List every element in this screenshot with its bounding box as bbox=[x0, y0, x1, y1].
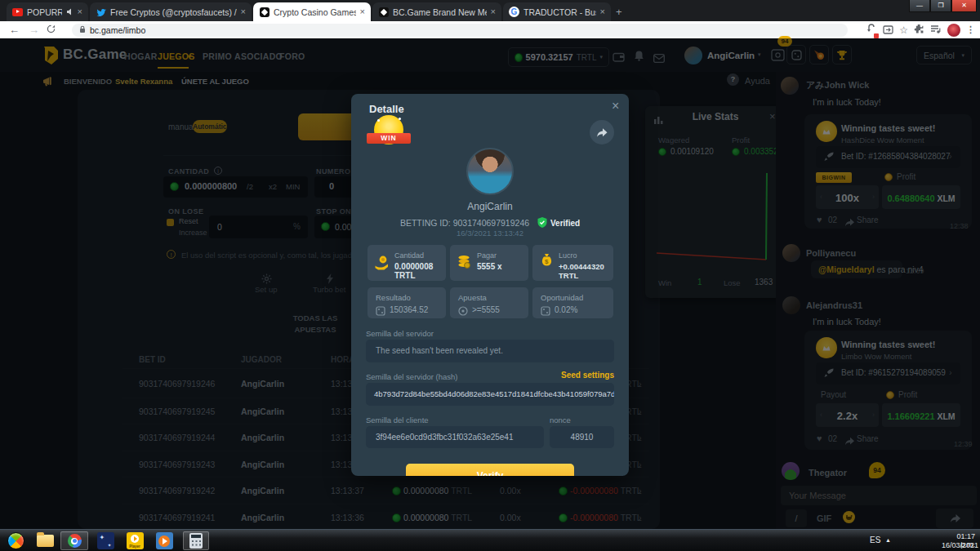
stat-label: Pagar bbox=[477, 251, 497, 260]
stat-value: 150364.52 bbox=[390, 305, 428, 314]
stat-value: 0.02% bbox=[555, 305, 577, 314]
share-button[interactable] bbox=[590, 120, 614, 144]
google-icon: G bbox=[509, 7, 519, 17]
extension-translate-icon[interactable] bbox=[866, 23, 877, 38]
tray-expand-icon[interactable]: ▲ bbox=[885, 537, 891, 543]
browser-tab-5[interactable]: G TRADUCTOR - Buscar con Googl × bbox=[503, 2, 611, 21]
modal-title: Detalle bbox=[369, 103, 404, 115]
refresh-icon[interactable] bbox=[47, 24, 56, 36]
stat-pagar: Pagar 5555 x bbox=[450, 245, 528, 281]
extensions-puzzle-icon[interactable] bbox=[914, 23, 924, 38]
stat-value: +0.00444320 TRTL bbox=[559, 262, 613, 280]
dice-icon bbox=[376, 304, 385, 319]
maximize-button[interactable]: ❒ bbox=[930, 0, 951, 12]
tab-close-icon[interactable]: × bbox=[78, 7, 82, 16]
stat-resultado: Resultado 150364.52 bbox=[368, 287, 446, 318]
lock-icon bbox=[79, 25, 86, 35]
close-button[interactable]: ✕ bbox=[951, 0, 977, 12]
browser-tab-4[interactable]: BC.Game Brand New Medal Even × bbox=[372, 2, 501, 21]
server-seed-label: Semilla del servidor bbox=[366, 329, 434, 338]
movie-maker-icon[interactable]: ✦✦ bbox=[95, 531, 116, 550]
stat-label: Resultado bbox=[376, 293, 411, 302]
bcgame-icon bbox=[378, 7, 389, 17]
player-avatar[interactable] bbox=[466, 148, 514, 195]
stat-label: Oportunidad bbox=[541, 293, 583, 302]
stat-label: Apuesta bbox=[458, 293, 487, 302]
server-seed-hash-field[interactable]: 4b793d72d84be55bd4d06d82e83e4517d1841dfc… bbox=[366, 383, 614, 406]
coins-icon bbox=[457, 254, 473, 273]
money-bag-icon: $ bbox=[539, 252, 555, 273]
seed-settings-link[interactable]: Seed settings bbox=[561, 371, 614, 380]
tab-close-icon[interactable]: × bbox=[491, 7, 496, 16]
stat-cantidad: Cantidad 0.0000008 TRTL bbox=[368, 245, 446, 281]
betting-id: BETTING ID: 9031740697919246 bbox=[400, 218, 529, 228]
calculator-icon[interactable] bbox=[183, 531, 209, 550]
stat-label: Cantidad bbox=[394, 251, 424, 260]
svg-text:$: $ bbox=[545, 258, 549, 265]
forward-icon[interactable]: → bbox=[29, 24, 39, 36]
back-icon[interactable]: ← bbox=[9, 24, 20, 36]
chrome-taskbar-icon[interactable] bbox=[60, 531, 88, 550]
address-bar[interactable]: bc.game/limbo bbox=[72, 24, 848, 37]
betting-id-row: BETTING ID: 9031740697919246 Verified bbox=[351, 215, 629, 229]
bcgame-site: BC.Game HOGAR JUEGOS ▾ PRIMO ASOCIADO FO… bbox=[0, 38, 980, 529]
menu-dots-icon[interactable]: ⋮ bbox=[966, 24, 975, 35]
hand-coin-icon bbox=[373, 255, 390, 274]
browser-urlbar: ← → bc.game/limbo ☆ ⋮ bbox=[0, 21, 980, 38]
nonce-field[interactable]: 48910 bbox=[550, 426, 614, 448]
close-icon[interactable]: × bbox=[612, 99, 619, 113]
verified-shield-icon bbox=[537, 217, 547, 228]
win-badge-label: WIN bbox=[367, 133, 411, 144]
target-icon bbox=[458, 304, 468, 319]
url-text: bc.game/limbo bbox=[90, 25, 145, 35]
browser-tab-active[interactable]: Crypto Casino Games - The 16 B × bbox=[253, 2, 371, 21]
bet-date: 16/3/2021 13:13:42 bbox=[351, 229, 629, 238]
tab-audio-icon bbox=[66, 7, 74, 17]
extension-tab-icon[interactable] bbox=[883, 23, 893, 38]
bet-detail-modal: Detalle × WIN AngiCarlin BETTING ID: 903… bbox=[351, 94, 629, 476]
tab-close-icon[interactable]: × bbox=[600, 7, 605, 16]
win-badge: WIN bbox=[369, 115, 408, 156]
media-play-icon[interactable] bbox=[154, 531, 175, 550]
player-app-icon[interactable]: Player bbox=[124, 531, 145, 550]
new-tab-button[interactable]: + bbox=[616, 6, 622, 18]
client-seed-label: Semilla del cliente bbox=[366, 415, 429, 424]
tab-close-icon[interactable]: × bbox=[360, 7, 365, 16]
dice-icon bbox=[541, 304, 550, 319]
windows-taskbar: ✦✦ Player ES ▲ 01:17 p.m. 16/03/2021 bbox=[0, 529, 980, 551]
stat-label: Lucro bbox=[559, 251, 577, 260]
twitter-icon bbox=[96, 7, 106, 17]
nonce-label: nonce bbox=[550, 415, 571, 424]
explorer-icon[interactable] bbox=[34, 531, 56, 550]
client-seed-field[interactable]: 3f94ee6e0cd9d3fbc31f032a63e25e41 bbox=[366, 426, 544, 448]
stat-apuesta: Apuesta >=5555 bbox=[450, 287, 528, 318]
bookmark-star-icon[interactable]: ☆ bbox=[899, 24, 908, 36]
browser-tab-1[interactable]: POPURRI LILLY GOODMAN: × bbox=[7, 2, 88, 21]
playlist-icon[interactable] bbox=[930, 23, 942, 38]
youtube-icon bbox=[12, 7, 23, 17]
verified-label: Verified bbox=[550, 219, 580, 228]
keyboard-language[interactable]: ES bbox=[870, 535, 880, 544]
stat-oportunidad: Oportunidad 0.02% bbox=[532, 287, 613, 318]
minimize-button[interactable]: — bbox=[909, 0, 930, 12]
server-seed-field[interactable]: The seed hasn't been revealed yet. bbox=[366, 340, 614, 362]
browser-tabstrip: POPURRI LILLY GOODMAN: × Free Cryptos (@… bbox=[0, 0, 980, 21]
start-button[interactable] bbox=[5, 531, 26, 550]
stat-lucro: $ Lucro +0.00444320 TRTL bbox=[532, 245, 613, 281]
bcgame-icon bbox=[259, 7, 270, 17]
profile-avatar[interactable] bbox=[947, 24, 960, 37]
server-seed-hash-label: Semilla del servidor (hash) bbox=[366, 372, 457, 381]
verify-button[interactable]: Verify bbox=[406, 464, 574, 476]
tab-close-icon[interactable]: × bbox=[241, 7, 246, 16]
stat-value: 0.0000008 TRTL bbox=[394, 262, 446, 280]
player-name: AngiCarlin bbox=[351, 201, 629, 212]
stat-value: 5555 x bbox=[477, 262, 502, 271]
share-icon bbox=[596, 127, 608, 138]
browser-tab-2[interactable]: Free Cryptos (@cryptosfaucets) / × bbox=[90, 2, 252, 21]
clock-date[interactable]: 16/03/2021 bbox=[942, 541, 975, 549]
stat-value: >=5555 bbox=[472, 305, 500, 314]
screen: POPURRI LILLY GOODMAN: × Free Cryptos (@… bbox=[0, 0, 980, 551]
